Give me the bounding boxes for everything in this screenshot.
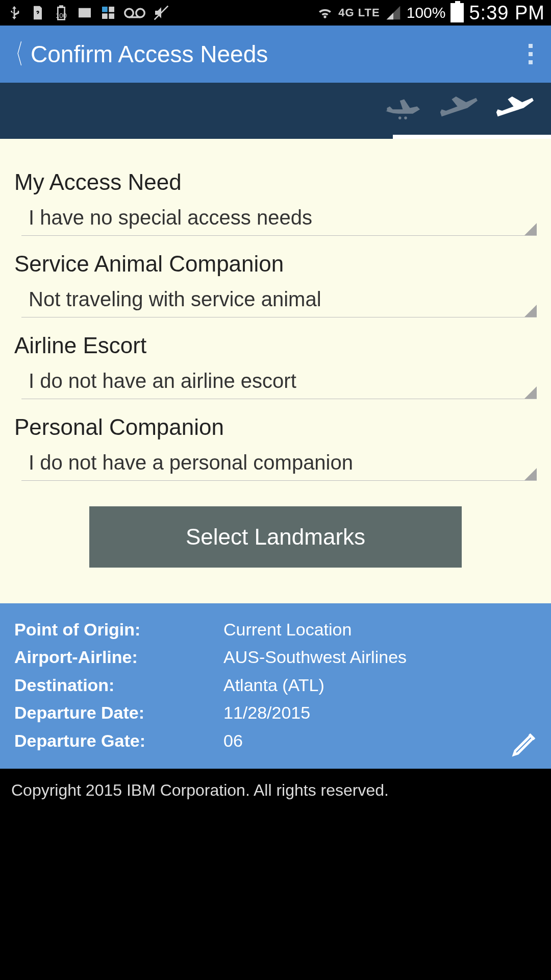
- overflow-icon: [529, 44, 533, 48]
- step-2-plane-transit-icon[interactable]: [439, 95, 485, 126]
- svg-point-6: [125, 9, 134, 17]
- svg-rect-5: [109, 13, 114, 19]
- progress-tab-strip: [0, 83, 551, 139]
- summary-row: Departure Gate: 06: [14, 727, 537, 754]
- personal-companion-label: Personal Companion: [14, 414, 537, 440]
- svg-point-11: [404, 116, 407, 119]
- dropdown-triangle-icon: [524, 468, 537, 480]
- summary-row: Destination: Atlanta (ATL): [14, 671, 537, 699]
- svg-rect-3: [109, 7, 114, 12]
- airline-escort-value: I do not have an airline escort: [29, 370, 296, 393]
- summary-row: Departure Date: 11/28/2015: [14, 699, 537, 726]
- back-button[interactable]: 〈: [0, 26, 31, 83]
- apps-icon: [100, 5, 116, 21]
- edit-summary-button[interactable]: [510, 728, 541, 758]
- battery-small-icon: 100: [53, 5, 69, 21]
- access-need-spinner[interactable]: I have no special access needs: [21, 200, 537, 236]
- app-bar: 〈 Confirm Access Needs: [0, 26, 551, 83]
- document-unknown-icon: [30, 5, 46, 21]
- service-animal-value: Not traveling with service animal: [29, 288, 321, 311]
- personal-companion-spinner[interactable]: I do not have a personal companion: [21, 445, 537, 481]
- usb-icon: [6, 5, 22, 21]
- summary-label-airline: Airport-Airline:: [14, 643, 223, 671]
- personal-companion-value: I do not have a personal companion: [29, 451, 353, 474]
- dropdown-triangle-icon: [524, 223, 537, 235]
- mute-icon: [153, 5, 169, 21]
- chevron-left-icon: 〈: [7, 36, 23, 73]
- footer: Copyright 2015 IBM Corporation. All righ…: [0, 769, 551, 813]
- summary-row: Point of Origin: Current Location: [14, 616, 537, 643]
- select-landmarks-button[interactable]: Select Landmarks: [89, 506, 462, 568]
- svg-rect-2: [102, 7, 108, 12]
- svg-point-7: [136, 9, 145, 17]
- overflow-menu-button[interactable]: [515, 26, 546, 83]
- summary-label-gate: Departure Gate:: [14, 727, 223, 754]
- access-need-value: I have no special access needs: [29, 206, 312, 229]
- airline-escort-label: Airline Escort: [14, 333, 537, 358]
- svg-rect-1: [60, 6, 62, 8]
- service-animal-label: Service Animal Companion: [14, 251, 537, 277]
- dropdown-triangle-icon: [524, 386, 537, 399]
- network-type-label: 4G LTE: [338, 6, 380, 19]
- summary-label-origin: Point of Origin:: [14, 616, 223, 643]
- svg-point-10: [398, 116, 402, 119]
- service-animal-spinner[interactable]: Not traveling with service animal: [21, 282, 537, 317]
- active-tab-indicator: [393, 135, 551, 139]
- step-3-plane-takeoff-icon[interactable]: [495, 95, 541, 126]
- trip-summary-panel: Point of Origin: Current Location Airpor…: [0, 603, 551, 769]
- voicemail-icon: [123, 5, 146, 21]
- dropdown-triangle-icon: [524, 305, 537, 317]
- summary-row: Airport-Airline: AUS-Southwest Airlines: [14, 643, 537, 671]
- copyright-text: Copyright 2015 IBM Corporation. All righ…: [11, 781, 389, 800]
- battery-icon: [450, 3, 464, 22]
- wifi-icon: [317, 5, 333, 21]
- signal-icon: [385, 5, 402, 21]
- access-need-label: My Access Need: [14, 169, 537, 195]
- pencil-icon: [510, 728, 541, 758]
- airline-escort-spinner[interactable]: I do not have an airline escort: [21, 363, 537, 399]
- battery-percent-label: 100%: [407, 4, 446, 21]
- main-form: My Access Need I have no special access …: [0, 139, 551, 603]
- clock-label: 5:39 PM: [469, 2, 545, 24]
- page-title: Confirm Access Needs: [31, 40, 515, 68]
- status-bar: 100 4G LTE 100% 5:39: [0, 0, 551, 26]
- summary-label-destination: Destination:: [14, 671, 223, 699]
- summary-value-gate: 06: [223, 727, 537, 754]
- summary-value-origin: Current Location: [223, 616, 537, 643]
- summary-value-destination: Atlanta (ATL): [223, 671, 537, 699]
- step-1-plane-landing-icon[interactable]: [383, 95, 429, 126]
- picture-icon: [77, 5, 93, 21]
- summary-value-date: 11/28/2015: [223, 699, 537, 726]
- summary-value-airline: AUS-Southwest Airlines: [223, 643, 537, 671]
- svg-rect-4: [102, 13, 108, 19]
- summary-label-date: Departure Date:: [14, 699, 223, 726]
